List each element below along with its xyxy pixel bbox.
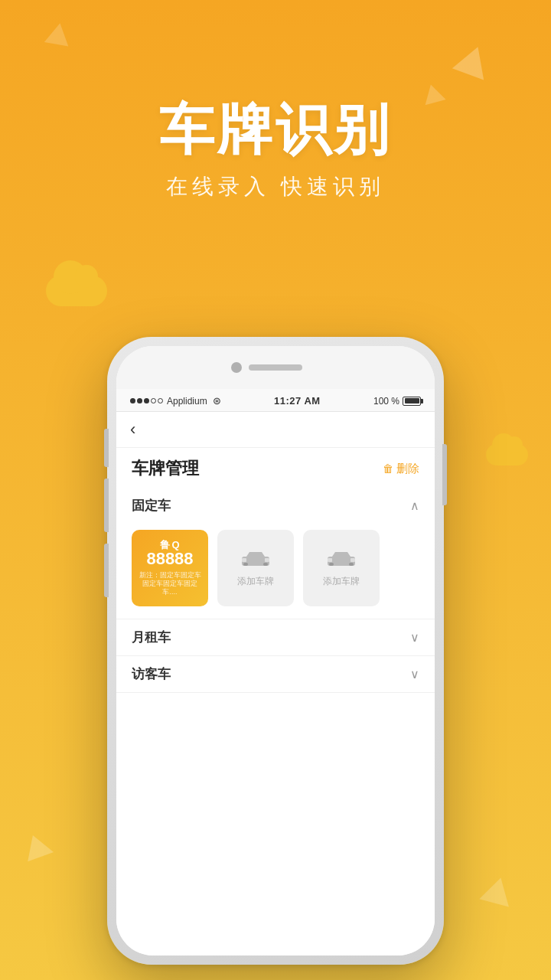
svg-rect-4 xyxy=(265,558,269,562)
deco-triangle-3 xyxy=(44,21,72,46)
signal-indicator xyxy=(130,398,163,403)
car-icon-2 xyxy=(326,549,357,569)
status-left: Applidium ⊛ xyxy=(130,395,221,407)
cars-grid-fixed: 鲁 Q 88888 新注：固定车固定车固定车固定车固定车.... xyxy=(116,524,435,619)
signal-dot-2 xyxy=(137,398,142,403)
section-monthly-title: 月租车 xyxy=(132,629,171,646)
page-title: 车牌管理 xyxy=(132,457,199,480)
battery-percent: 100 % xyxy=(373,396,399,407)
cloud-body-left xyxy=(46,276,107,306)
car-icon-1 xyxy=(240,549,271,569)
plate-note: 新注：固定车固定车固定车固定车固定车.... xyxy=(138,571,202,596)
chevron-visitor: ∨ xyxy=(410,667,419,681)
plate-number: 88888 xyxy=(146,550,193,568)
back-button[interactable]: ‹ xyxy=(130,420,135,439)
section-fixed-header[interactable]: 固定车 ∧ xyxy=(116,488,435,524)
status-right: 100 % xyxy=(373,396,421,407)
svg-rect-2 xyxy=(263,563,268,566)
phone-mockup: Applidium ⊛ 11:27 AM 100 % ‹ xyxy=(107,337,444,965)
svg-rect-8 xyxy=(328,558,332,562)
section-fixed-title: 固定车 xyxy=(132,497,171,514)
cloud-left xyxy=(46,276,107,306)
hero-title: 车牌识别 xyxy=(0,100,551,160)
battery-fill xyxy=(405,398,419,403)
signal-dot-5 xyxy=(158,398,163,403)
section-fixed: 固定车 ∧ 鲁 Q 88888 新注：固定车固定车固定车固定车固定车.... xyxy=(116,488,435,619)
section-visitor-header[interactable]: 访客车 ∨ xyxy=(116,656,435,692)
chevron-monthly: ∨ xyxy=(410,630,419,645)
add-label-1: 添加车牌 xyxy=(237,575,274,588)
signal-dot-1 xyxy=(130,398,135,403)
phone-screen: Applidium ⊛ 11:27 AM 100 % ‹ xyxy=(116,346,435,956)
front-camera xyxy=(231,362,242,373)
screen-content: Applidium ⊛ 11:27 AM 100 % ‹ xyxy=(116,389,435,956)
svg-rect-6 xyxy=(329,563,334,566)
page-header: 车牌管理 🗑 删除 xyxy=(116,448,435,488)
delete-label: 删除 xyxy=(396,462,419,476)
mute-button xyxy=(104,429,109,467)
add-car-button-1[interactable]: 添加车牌 xyxy=(217,530,294,606)
cloud-right xyxy=(486,444,528,466)
trash-icon: 🗑 xyxy=(383,462,393,475)
delete-button[interactable]: 🗑 删除 xyxy=(383,462,419,476)
wifi-icon: ⊛ xyxy=(213,395,221,407)
power-button xyxy=(442,444,447,505)
hero-subtitle: 在线录入 快速识别 xyxy=(0,172,551,201)
nav-bar[interactable]: ‹ xyxy=(116,412,435,448)
phone-speaker xyxy=(249,364,302,371)
battery-icon xyxy=(403,397,421,406)
svg-rect-1 xyxy=(243,563,248,566)
section-visitor: 访客车 ∨ xyxy=(116,656,435,693)
add-car-button-2[interactable]: 添加车牌 xyxy=(303,530,380,606)
section-visitor-title: 访客车 xyxy=(132,665,171,683)
status-time: 11:27 AM xyxy=(274,395,321,407)
signal-dot-3 xyxy=(144,398,149,403)
svg-rect-9 xyxy=(350,558,355,562)
status-bar: Applidium ⊛ 11:27 AM 100 % xyxy=(116,389,435,412)
car-card-registered[interactable]: 鲁 Q 88888 新注：固定车固定车固定车固定车固定车.... xyxy=(132,530,208,606)
carrier-name: Applidium xyxy=(167,396,207,407)
svg-rect-3 xyxy=(242,558,246,562)
chevron-fixed: ∧ xyxy=(410,498,419,513)
add-label-2: 添加车牌 xyxy=(323,575,360,588)
section-monthly: 月租车 ∨ xyxy=(116,619,435,656)
phone-notch xyxy=(116,346,435,389)
volume-up-button xyxy=(104,479,109,532)
svg-rect-7 xyxy=(349,563,354,566)
section-monthly-header[interactable]: 月租车 ∨ xyxy=(116,619,435,655)
signal-dot-4 xyxy=(151,398,156,403)
phone-outer: Applidium ⊛ 11:27 AM 100 % ‹ xyxy=(107,337,444,965)
volume-down-button xyxy=(104,544,109,597)
cloud-body-right xyxy=(486,444,528,466)
hero-section: 车牌识别 在线录入 快速识别 xyxy=(0,100,551,201)
